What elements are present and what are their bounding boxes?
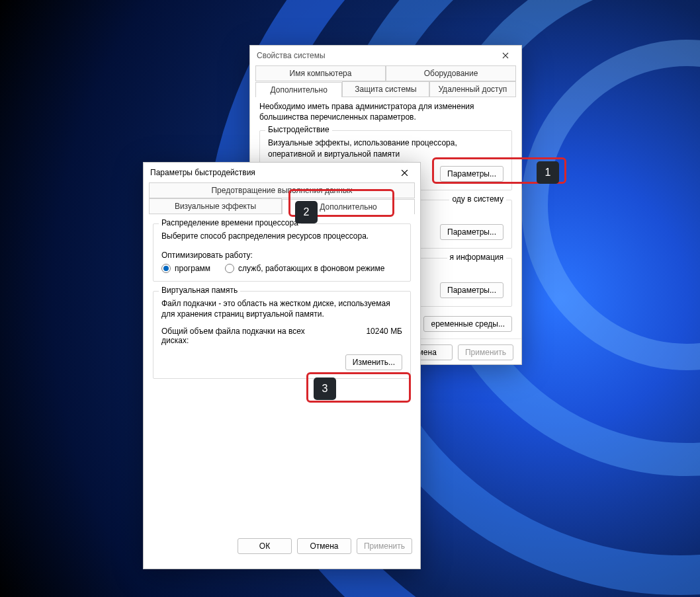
system-properties-titlebar: Свойства системы — [250, 46, 521, 65]
vmem-change-button[interactable]: Изменить... — [345, 354, 402, 370]
user-profiles-settings-button[interactable]: Параметры... — [440, 224, 503, 240]
group-vmem-title: Виртуальная память — [159, 286, 240, 295]
tab-row-lower: Дополнительно Защита системы Удаленный д… — [255, 81, 516, 97]
perf-apply-button[interactable]: Применить — [357, 538, 412, 554]
tab-visual-effects[interactable]: Визуальные эффекты — [149, 198, 282, 214]
tab-system-protection[interactable]: Защита системы — [342, 81, 429, 97]
vmem-total-label: Общий объем файла подкачки на всех диска… — [161, 327, 314, 345]
group-performance-title: Быстродействие — [265, 125, 332, 134]
group-cpu-title: Распределение времени процессора — [159, 218, 301, 227]
group-user-profiles-title: оду в систему — [449, 194, 506, 204]
tab-hardware[interactable]: Оборудование — [386, 65, 516, 81]
radio-programs[interactable]: программ — [161, 264, 210, 273]
group-cpu-scheduling: Распределение времени процессора Выберит… — [153, 223, 411, 282]
dialog-title: Свойства системы — [257, 51, 326, 60]
tab-perf-advanced[interactable]: Дополнительно — [282, 199, 415, 214]
optimize-label: Оптимизировать работу: — [161, 251, 402, 260]
radio-programs-label: программ — [175, 264, 210, 273]
tab-row-upper: Имя компьютера Оборудование — [255, 65, 516, 81]
tab-computer-name[interactable]: Имя компьютера — [255, 65, 386, 81]
performance-settings-button[interactable]: Параметры... — [440, 166, 503, 182]
vmem-total-value: 10240 МБ — [366, 327, 402, 336]
startup-settings-button[interactable]: Параметры... — [440, 282, 503, 298]
radio-services[interactable]: служб, работающих в фоновом режиме — [225, 264, 384, 273]
group-vmem-desc: Файл подкачки - это область на жестком д… — [161, 298, 402, 319]
group-cpu-desc: Выберите способ распределения ресурсов п… — [161, 231, 402, 241]
tab-dep[interactable]: Предотвращение выполнения данных — [149, 182, 415, 198]
radio-services-label: служб, работающих в фоновом режиме — [238, 264, 384, 273]
performance-options-dialog: Параметры быстродействия Предотвращение … — [143, 162, 421, 569]
group-virtual-memory: Виртуальная память Файл подкачки - это о… — [153, 291, 411, 378]
tab-remote[interactable]: Удаленный доступ — [429, 81, 516, 97]
performance-titlebar: Параметры быстродействия — [144, 163, 420, 182]
dialog-title: Параметры быстродействия — [150, 168, 255, 177]
close-icon[interactable] — [395, 166, 414, 179]
group-performance-desc: Визуальные эффекты, использование процес… — [268, 138, 503, 159]
radio-icon — [161, 264, 171, 273]
admin-note: Необходимо иметь права администратора дл… — [259, 101, 512, 122]
close-icon[interactable] — [496, 49, 515, 62]
sys-apply-button[interactable]: Применить — [458, 344, 513, 360]
perf-cancel-button[interactable]: Отмена — [297, 538, 351, 554]
env-vars-button[interactable]: еременные среды... — [423, 316, 512, 332]
perf-ok-button[interactable]: ОК — [238, 538, 292, 554]
perf-tab-row-upper: Предотвращение выполнения данных — [149, 182, 415, 198]
annotation-1-number: 1 — [537, 161, 559, 184]
perf-tab-row-lower: Визуальные эффекты Дополнительно — [149, 198, 415, 214]
tab-advanced[interactable]: Дополнительно — [255, 82, 342, 97]
radio-icon — [225, 264, 234, 273]
group-startup-title: я информация — [447, 253, 506, 262]
